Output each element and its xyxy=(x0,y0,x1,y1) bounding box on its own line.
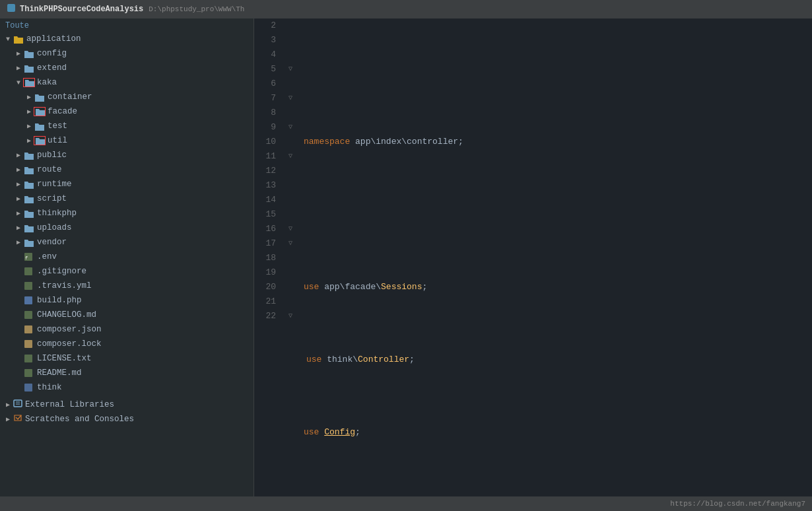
sidebar-item-thinkphp[interactable]: thinkphp xyxy=(0,206,254,221)
label-util: util xyxy=(48,136,67,145)
label-facade: facade xyxy=(48,107,77,116)
controller-class: Controller xyxy=(358,353,409,367)
folder-icon-facade xyxy=(34,108,45,116)
sidebar-item-composer-json[interactable]: composer.json xyxy=(0,322,254,337)
svg-rect-9 xyxy=(24,355,32,362)
sidebar-item-public[interactable]: public xyxy=(0,148,254,162)
sidebar-item-build[interactable]: build.php xyxy=(0,293,254,308)
label-external-libraries: External Libraries xyxy=(25,400,114,409)
sidebar-item-license[interactable]: LICENSE.txt xyxy=(0,351,254,366)
file-icon-composer-json xyxy=(24,325,34,334)
sidebar-item-test[interactable]: test xyxy=(0,119,254,133)
use-sessions-path: app\facade\ xyxy=(324,280,381,294)
code-lines[interactable]: namespace app\index\controller ; use app… xyxy=(297,18,812,496)
arrow-kaka xyxy=(13,79,24,86)
folder-icon-application xyxy=(13,35,24,43)
sidebar-item-script[interactable]: script xyxy=(0,191,254,206)
folder-icon-kaka xyxy=(24,79,34,86)
sidebar-item-config[interactable]: config xyxy=(0,46,254,61)
label-changelog: CHANGELOG.md xyxy=(37,310,96,320)
folder-icon-test xyxy=(34,122,45,130)
code-line-2 xyxy=(304,62,812,77)
label-container: container xyxy=(48,92,92,102)
svg-rect-0 xyxy=(7,4,15,12)
sidebar-item-scratches[interactable]: Scratches and Consoles xyxy=(0,412,254,426)
project-path: D:\phpstudy_pro\WWW\Th xyxy=(149,5,244,13)
file-icon-env: f xyxy=(24,252,34,261)
arrow-util xyxy=(24,137,34,145)
semi-3: ; xyxy=(458,135,463,149)
svg-rect-11 xyxy=(24,384,32,392)
label-test: test xyxy=(48,121,67,131)
title-bar: ThinkPHPSourceCodeAnalysis D:\phpstudy_p… xyxy=(0,0,812,18)
sidebar-item-facade[interactable]: facade xyxy=(0,104,254,119)
arrow-external xyxy=(3,401,13,409)
sidebar-item-env[interactable]: f .env xyxy=(0,250,254,264)
code-line-5: use app\facade\Sessions ; xyxy=(304,280,812,294)
arrow-script xyxy=(13,195,24,203)
sidebar-item-gitignore[interactable]: .gitignore xyxy=(0,264,254,279)
arrow-route xyxy=(13,166,24,174)
sidebar-item-travis[interactable]: .travis.yml xyxy=(0,279,254,293)
use-think-path: think\ xyxy=(327,353,358,367)
label-travis: .travis.yml xyxy=(37,281,92,290)
semi-6: ; xyxy=(409,353,415,367)
label-composer-json: composer.json xyxy=(37,325,102,334)
project-title: ThinkPHPSourceCodeAnalysis xyxy=(20,5,143,14)
kw-use-6: use xyxy=(306,353,321,367)
sidebar-item-runtime[interactable]: runtime xyxy=(0,177,254,191)
code-editor[interactable]: 2 3 4 5 6 7 8 9 10 11 12 13 14 15 16 17 … xyxy=(254,18,812,496)
arrow-application xyxy=(3,36,13,43)
gutter: ▽ ▽ ▽ ▽ ▽ ▽ ▽ xyxy=(284,18,297,496)
sidebar-item-readme[interactable]: README.md xyxy=(0,366,254,380)
semi-7: ; xyxy=(355,425,360,440)
file-icon-readme xyxy=(24,368,34,378)
label-extend: extend xyxy=(37,63,67,73)
arrow-scratches xyxy=(3,415,13,423)
sidebar-item-route[interactable]: route xyxy=(0,162,254,177)
svg-rect-7 xyxy=(24,325,32,333)
svg-rect-3 xyxy=(24,267,32,275)
svg-text:f: f xyxy=(25,256,28,261)
folder-icon-config xyxy=(24,50,34,57)
sidebar-item-application[interactable]: application xyxy=(0,32,254,46)
label-runtime: runtime xyxy=(37,180,72,189)
config-class: Config xyxy=(324,425,355,440)
folder-icon-route xyxy=(24,166,34,174)
file-icon-composer-lock xyxy=(24,339,34,349)
svg-rect-12 xyxy=(14,400,22,407)
label-readme: README.md xyxy=(37,368,82,378)
toute-label: Toute xyxy=(0,18,254,32)
file-icon-license xyxy=(24,354,34,363)
label-gitignore: .gitignore xyxy=(37,267,86,276)
folder-icon-thinkphp xyxy=(24,209,34,217)
label-vendor: vendor xyxy=(37,238,67,247)
svg-rect-8 xyxy=(24,340,32,348)
sidebar-item-extend[interactable]: extend xyxy=(0,61,254,75)
sidebar-item-container[interactable]: container xyxy=(0,90,254,104)
sidebar-item-composer-lock[interactable]: composer.lock xyxy=(0,337,254,351)
folder-icon-util xyxy=(34,137,45,145)
label-route: route xyxy=(37,165,62,174)
label-build: build.php xyxy=(37,296,82,305)
sidebar-item-uploads[interactable]: uploads xyxy=(0,221,254,235)
main-container: Toute application config extend xyxy=(0,18,812,496)
file-icon-think xyxy=(24,383,34,392)
folder-icon-script xyxy=(24,195,34,203)
svg-rect-6 xyxy=(24,311,32,319)
sidebar-item-vendor[interactable]: vendor xyxy=(0,235,254,250)
label-thinkphp: thinkphp xyxy=(37,209,77,218)
folder-icon-container xyxy=(34,93,45,101)
sidebar-item-external-libraries[interactable]: External Libraries xyxy=(0,397,254,412)
code-line-3: namespace app\index\controller ; xyxy=(304,135,812,149)
semi-5: ; xyxy=(422,280,427,294)
folder-icon-uploads xyxy=(24,224,34,232)
code-line-7: use Config ; xyxy=(304,425,812,440)
sidebar-item-changelog[interactable]: CHANGELOG.md xyxy=(0,308,254,322)
file-icon-build xyxy=(24,296,34,305)
sidebar-item-think[interactable]: think xyxy=(0,380,254,395)
sidebar-item-kaka[interactable]: kaka xyxy=(0,75,254,90)
label-scratches: Scratches and Consoles xyxy=(25,415,134,424)
sidebar-item-util[interactable]: util xyxy=(0,133,254,148)
arrow-thinkphp xyxy=(13,209,24,217)
